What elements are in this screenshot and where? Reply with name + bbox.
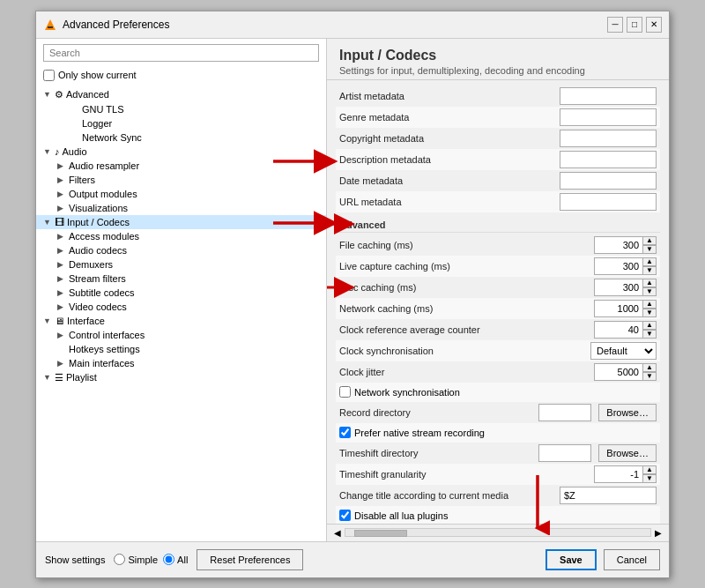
timeshift-dir-input[interactable] bbox=[538, 444, 591, 462]
main-content: Only show current ▼ ⚙ Advanced GNU TLS L… bbox=[36, 39, 669, 541]
spinner-down-btn[interactable]: ▼ bbox=[642, 266, 657, 275]
close-button[interactable]: ✕ bbox=[646, 17, 662, 33]
clock-sync-select[interactable]: Default None Average bbox=[590, 342, 657, 360]
spinner-up-btn[interactable]: ▲ bbox=[642, 279, 657, 287]
minimize-button[interactable]: ─ bbox=[607, 17, 623, 33]
maximize-button[interactable]: □ bbox=[627, 17, 642, 33]
network-caching-input[interactable] bbox=[594, 300, 642, 317]
disc-caching-input[interactable] bbox=[594, 279, 642, 296]
cancel-button[interactable]: Cancel bbox=[604, 549, 660, 570]
chevron-right-icon: ▶ bbox=[57, 260, 66, 269]
artist-metadata-input[interactable] bbox=[560, 87, 657, 105]
spinner-down-btn[interactable]: ▼ bbox=[642, 372, 657, 381]
spinner-up-btn[interactable]: ▲ bbox=[642, 257, 657, 266]
description-metadata-input[interactable] bbox=[560, 151, 657, 168]
sidebar-item-output-modules[interactable]: ▶ Output modules bbox=[36, 187, 326, 201]
settings-label: Genre metadata bbox=[339, 112, 560, 123]
sidebar-item-input-codecs[interactable]: ▼ 🎞 Input / Codecs bbox=[36, 215, 326, 229]
chevron-right-icon: ▶ bbox=[57, 246, 66, 255]
clock-avg-input[interactable] bbox=[594, 321, 642, 339]
file-caching-input[interactable] bbox=[594, 236, 642, 254]
settings-row-file-caching: File caching (ms) ▲ ▼ bbox=[336, 234, 660, 256]
all-radio[interactable] bbox=[163, 554, 174, 565]
sidebar-item-visualizations[interactable]: ▶ Visualizations bbox=[36, 201, 326, 215]
spinner-up-btn[interactable]: ▲ bbox=[642, 236, 657, 245]
settings-row-record-dir: Record directory Browse… bbox=[336, 402, 660, 423]
sidebar-item-label: Logger bbox=[82, 118, 112, 129]
record-dir-browse-button[interactable]: Browse… bbox=[598, 404, 657, 421]
live-caching-input[interactable] bbox=[594, 257, 642, 275]
settings-value bbox=[560, 487, 657, 504]
native-stream-checkbox[interactable] bbox=[339, 427, 351, 438]
settings-value: ▲ ▼ bbox=[594, 465, 657, 483]
only-show-checkbox[interactable] bbox=[43, 70, 55, 81]
sidebar-item-label: Video codecs bbox=[69, 301, 127, 312]
date-metadata-input[interactable] bbox=[560, 172, 657, 190]
native-stream-label: Prefer native stream recording bbox=[354, 428, 485, 438]
clock-jitter-input[interactable] bbox=[594, 363, 642, 381]
spinner-down-btn[interactable]: ▼ bbox=[642, 330, 657, 339]
disable-lua-label: Disable all lua plugins bbox=[354, 510, 448, 521]
sidebar-item-hotkeys[interactable]: ▶ Hotkeys settings bbox=[36, 342, 326, 356]
scroll-left-icon[interactable]: ◀ bbox=[334, 528, 341, 538]
footer-left: Show settings Simple All Reset Preferenc… bbox=[45, 549, 303, 570]
sidebar-item-label: Audio resampler bbox=[69, 160, 139, 171]
sidebar-item-main-interfaces[interactable]: ▶ Main interfaces bbox=[36, 356, 326, 370]
network-sync-checkbox[interactable] bbox=[339, 386, 351, 398]
main-window: Advanced Preferences ─ □ ✕ Only show cur… bbox=[35, 11, 670, 578]
spinner-down-btn[interactable]: ▼ bbox=[642, 474, 657, 483]
chevron-right-icon: ▶ bbox=[57, 232, 66, 241]
sidebar-item-access-modules[interactable]: ▶ Access modules bbox=[36, 229, 326, 243]
sidebar-item-playlist[interactable]: ▼ ☰ Playlist bbox=[36, 370, 326, 385]
spinner-down-btn[interactable]: ▼ bbox=[642, 287, 657, 296]
sidebar-item-label: Interface bbox=[67, 316, 105, 326]
change-title-input[interactable] bbox=[560, 487, 657, 504]
sidebar-item-audio[interactable]: ▼ ♪ Audio bbox=[36, 145, 326, 159]
record-dir-input[interactable] bbox=[538, 404, 591, 421]
sidebar-item-label: Stream filters bbox=[69, 273, 126, 284]
sidebar-item-interface[interactable]: ▼ 🖥 Interface bbox=[36, 314, 326, 328]
settings-value: Browse… bbox=[538, 444, 657, 462]
settings-label: Description metadata bbox=[339, 154, 560, 165]
spinner-up-btn[interactable]: ▲ bbox=[642, 363, 657, 372]
sidebar-item-network-sync[interactable]: Network Sync bbox=[36, 130, 326, 145]
spinner-up-btn[interactable]: ▲ bbox=[642, 300, 657, 309]
sidebar-item-filters[interactable]: ▶ Filters bbox=[36, 173, 326, 187]
sidebar-item-subtitle-codecs[interactable]: ▶ Subtitle codecs bbox=[36, 286, 326, 300]
scroll-right-icon[interactable]: ▶ bbox=[655, 528, 662, 538]
spinner-up-btn[interactable]: ▲ bbox=[642, 321, 657, 330]
save-button[interactable]: Save bbox=[545, 549, 597, 570]
chevron-right-icon: ▶ bbox=[57, 359, 66, 368]
settings-row-clock-avg: Clock reference average counter ▲ ▼ bbox=[336, 319, 660, 340]
settings-value: ▲ ▼ bbox=[594, 279, 657, 296]
audio-icon: ♪ bbox=[55, 146, 60, 157]
sidebar-item-demuxers[interactable]: ▶ Demuxers bbox=[36, 257, 326, 272]
settings-value: Browse… bbox=[538, 404, 657, 421]
vlc-logo-icon bbox=[43, 18, 57, 32]
disable-lua-checkbox[interactable] bbox=[339, 510, 351, 521]
sidebar-item-stream-filters[interactable]: ▶ Stream filters bbox=[36, 272, 326, 286]
timeshift-dir-browse-button[interactable]: Browse… bbox=[598, 444, 657, 462]
sidebar-item-control-interfaces[interactable]: ▶ Control interfaces bbox=[36, 328, 326, 342]
copyright-metadata-input[interactable] bbox=[560, 130, 657, 147]
settings-label: Copyright metadata bbox=[339, 133, 560, 144]
simple-radio[interactable] bbox=[114, 554, 125, 565]
chevron-down-icon: ▼ bbox=[43, 147, 52, 156]
url-metadata-input[interactable] bbox=[560, 193, 657, 211]
sidebar-item-audio-resampler[interactable]: ▶ Audio resampler bbox=[36, 159, 326, 173]
settings-row-network-sync-check: Network synchronisation bbox=[336, 383, 660, 402]
search-input[interactable] bbox=[43, 44, 319, 62]
spinner-up-btn[interactable]: ▲ bbox=[642, 465, 657, 474]
sidebar-item-video-codecs[interactable]: ▶ Video codecs bbox=[36, 300, 326, 314]
sidebar-item-logger[interactable]: Logger bbox=[36, 116, 326, 130]
spinner-down-btn[interactable]: ▼ bbox=[642, 309, 657, 317]
settings-row-disable-lua: Disable all lua plugins bbox=[336, 506, 660, 524]
reset-preferences-button[interactable]: Reset Preferences bbox=[197, 549, 303, 570]
sidebar-item-gnu-tls[interactable]: GNU TLS bbox=[36, 102, 326, 116]
timeshift-gran-input[interactable] bbox=[594, 465, 642, 483]
horizontal-scrollbar[interactable] bbox=[345, 528, 651, 537]
sidebar-item-advanced[interactable]: ▼ ⚙ Advanced bbox=[36, 87, 326, 102]
spinner-down-btn[interactable]: ▼ bbox=[642, 245, 657, 254]
sidebar-item-audio-codecs[interactable]: ▶ Audio codecs bbox=[36, 243, 326, 257]
genre-metadata-input[interactable] bbox=[560, 108, 657, 126]
